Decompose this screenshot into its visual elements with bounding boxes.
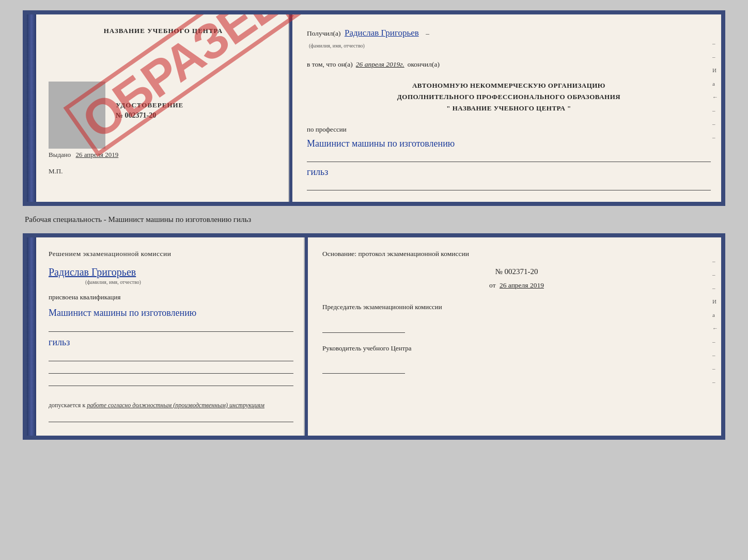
right-side-marks-bottom: – – – И а ← – – – – xyxy=(712,258,718,385)
org-line3: " НАЗВАНИЕ УЧЕБНОГО ЦЕНТРА " xyxy=(446,104,571,112)
between-label: Рабочая специальность - Машинист машины … xyxy=(23,215,725,224)
top-left-panel: НАЗВАНИЕ УЧЕБНОГО ЦЕНТРА ОБРАЗЕЦ УДОСТОВ… xyxy=(36,14,289,202)
person-name-cursive: Радислав Григорьев xyxy=(49,266,293,278)
chairman-sig-line xyxy=(322,325,405,333)
doc-spine-left xyxy=(27,14,36,202)
chairman-block: Председатель экзаменационной комиссии xyxy=(322,302,711,333)
received-line: Получил(а) Радислав Григорьев – (фамилия… xyxy=(307,26,711,51)
chairman-label: Председатель экзаменационной комиссии xyxy=(322,302,711,312)
protocol-date: от 26 апреля 2019 xyxy=(322,281,711,290)
director-label: Руководитель учебного Центра xyxy=(322,343,711,354)
protocol-number: № 002371-20 xyxy=(322,267,711,276)
protocol-date-prefix: от xyxy=(489,281,495,289)
issued-date-value: 26 апреля 2019 xyxy=(76,151,119,158)
right-side-marks-top: – – И а ← – – – xyxy=(712,40,718,140)
qual-underline4 xyxy=(49,377,293,386)
allowed-italic: работе согласно должностным (производств… xyxy=(87,402,264,409)
profession-underline xyxy=(307,153,711,162)
qual-underline1 xyxy=(49,323,293,332)
protocol-date-value: 26 апреля 2019 xyxy=(500,281,544,289)
profession-underline2 xyxy=(307,181,711,190)
top-document: НАЗВАНИЕ УЧЕБНОГО ЦЕНТРА ОБРАЗЕЦ УДОСТОВ… xyxy=(23,10,725,206)
school-name-top: НАЗВАНИЕ УЧЕБНОГО ЦЕНТРА xyxy=(49,27,278,35)
bottom-left-panel: Решением экзаменационной комиссии Радисл… xyxy=(36,237,305,436)
allowed-prefix: допускается к xyxy=(49,402,85,409)
fio-hint-top: (фамилия, имя, отчество) xyxy=(309,43,365,49)
profession-label: по профессии xyxy=(307,125,711,134)
date-line: в том, что он(а) 26 апреля 2019г. окончи… xyxy=(307,60,711,69)
cert-number: № 002371-20 xyxy=(116,111,278,120)
date-suffix: окончил(а) xyxy=(408,60,440,69)
received-name: Радислав Григорьев xyxy=(345,28,419,38)
org-line2: ДОПОЛНИТЕЛЬНОГО ПРОФЕССИОНАЛЬНОГО ОБРАЗО… xyxy=(397,93,620,101)
issued-date: Выдано 26 апреля 2019 xyxy=(49,151,278,159)
decision-title: Решением экзаменационной комиссии xyxy=(49,250,293,258)
org-line1: АВТОНОМНУЮ НЕКОММЕРЧЕСКУЮ ОРГАНИЗАЦИЮ xyxy=(412,82,605,89)
profession-cursive-2: гильз xyxy=(307,165,711,179)
bottom-document: Решением экзаменационной комиссии Радисл… xyxy=(23,233,725,440)
qual-cursive-1: Машинист машины по изготовлению xyxy=(49,306,293,321)
qual-underline2 xyxy=(49,352,293,361)
received-prefix: Получил(а) xyxy=(307,29,341,37)
date-value: 26 апреля 2019г. xyxy=(356,60,404,69)
profession-cursive-1: Машинист машины по изготовлению xyxy=(307,137,711,151)
photo-placeholder xyxy=(49,82,105,149)
director-sig-line xyxy=(322,365,405,374)
cert-word: УДОСТОВЕРЕНИЕ xyxy=(116,101,278,109)
fio-sub-bottom: (фамилия, имя, отчество) xyxy=(49,279,178,285)
qual-cursive-2: гильз xyxy=(49,335,293,350)
mp-label: М.П. xyxy=(49,167,278,175)
allowed-work: допускается к работе согласно должностны… xyxy=(49,401,293,410)
bottom-right-panel: Основание: протокол экзаменационной коми… xyxy=(308,237,721,436)
top-right-panel: Получил(а) Радислав Григорьев – (фамилия… xyxy=(292,14,721,202)
director-block: Руководитель учебного Центра xyxy=(322,343,711,374)
doc-spine-bottom-left xyxy=(27,237,36,436)
allowed-underline xyxy=(49,413,293,422)
issued-label: Выдано xyxy=(49,151,71,158)
basis-title: Основание: протокол экзаменационной коми… xyxy=(322,250,711,258)
org-block: АВТОНОМНУЮ НЕКОММЕРЧЕСКУЮ ОРГАНИЗАЦИЮ ДО… xyxy=(307,80,711,114)
date-prefix: в том, что он(а) xyxy=(307,60,353,69)
assigned-qual-label: присвоена квалификация xyxy=(49,293,293,301)
qual-underline3 xyxy=(49,364,293,374)
